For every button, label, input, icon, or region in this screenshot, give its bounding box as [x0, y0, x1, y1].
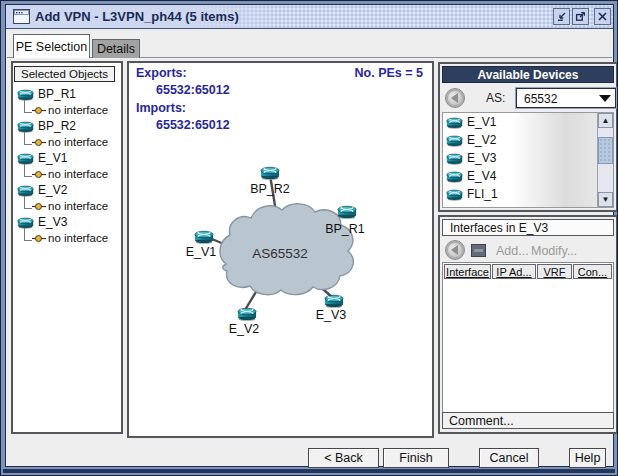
- router-icon: [446, 188, 463, 201]
- as-label: AS:: [486, 91, 505, 105]
- scrollbar-thumb[interactable]: [598, 137, 613, 164]
- list-item-partial[interactable]: [443, 203, 597, 207]
- collapse-left-button[interactable]: [445, 240, 465, 260]
- tree-branch: [24, 164, 32, 177]
- tree-item-label: BP_R1: [38, 87, 76, 101]
- device-list-scrollbar[interactable]: ▲ ▼: [597, 113, 613, 207]
- interfaces-header: Interfaces in E_V3: [442, 219, 614, 236]
- selected-objects-tree: BP_R1 no interface BP_R2 no interface: [15, 86, 120, 246]
- comment-button[interactable]: Comment...: [442, 412, 614, 429]
- router-icon: [446, 152, 463, 165]
- chevron-down-icon: [599, 95, 611, 102]
- title-bar[interactable]: Add VPN - L3VPN_ph44 (5 items): [6, 5, 613, 29]
- node-router-bp-r2[interactable]: [261, 167, 279, 180]
- tab-pe-selection[interactable]: PE Selection: [13, 34, 90, 58]
- router-icon: [17, 152, 34, 165]
- node-label: E_V1: [186, 245, 217, 259]
- add-vpn-dialog: Add VPN - L3VPN_ph44 (5 items) PE Select…: [0, 0, 618, 476]
- tree-child-label: no interface: [48, 200, 108, 212]
- maximize-button[interactable]: [572, 8, 589, 25]
- imports-value: 65532:65012: [156, 118, 230, 132]
- interfaces-table-header: Interface IP Ad... VRF Con...: [443, 263, 613, 279]
- tab-details[interactable]: Details: [92, 39, 140, 58]
- available-devices-header: Available Devices: [442, 66, 614, 83]
- dialog-inner: Add VPN - L3VPN_ph44 (5 items) PE Select…: [5, 4, 614, 467]
- list-item-fli-1[interactable]: FLI_1: [443, 185, 597, 203]
- list-item-e-v3[interactable]: E_V3: [443, 149, 597, 167]
- as-combobox[interactable]: 65532: [516, 88, 616, 108]
- available-devices-panel: Available Devices AS: 65532 E_V1 E_V2: [438, 62, 618, 212]
- scroll-up-icon[interactable]: ▲: [598, 113, 613, 128]
- tree-child-no-interface[interactable]: no interface: [15, 198, 120, 214]
- tree-branch: [24, 228, 32, 241]
- tree-item-label: E_V2: [38, 183, 67, 197]
- connector-icon: [32, 202, 46, 211]
- node-router-e-v2[interactable]: [238, 308, 256, 321]
- as-cloud-label: AS65532: [252, 246, 308, 261]
- selected-objects-header: Selected Objects: [14, 66, 115, 82]
- help-button[interactable]: Help: [569, 448, 606, 468]
- as-combobox-value: 65532: [524, 92, 557, 106]
- column-header-interface[interactable]: Interface: [444, 264, 491, 279]
- router-icon: [446, 116, 463, 129]
- list-item-label: E_V4: [467, 169, 496, 183]
- collapse-left-button[interactable]: [445, 88, 465, 108]
- remove-interface-icon[interactable]: [471, 244, 486, 257]
- tree-child-no-interface[interactable]: no interface: [15, 166, 120, 182]
- tree-child-no-interface[interactable]: no interface: [15, 102, 120, 118]
- tree-child-no-interface[interactable]: no interface: [15, 230, 120, 246]
- list-item-label: E_V2: [467, 133, 496, 147]
- node-label: E_V2: [229, 322, 260, 336]
- selected-objects-panel: Selected Objects BP_R1 no interface BP_R…: [11, 61, 123, 434]
- minimize-button[interactable]: [553, 8, 570, 25]
- tree-branch: [24, 100, 32, 113]
- connector-icon: [32, 106, 46, 115]
- window-frame-band: [3, 469, 615, 473]
- router-icon: [17, 88, 34, 101]
- topology-panel: AS65532 BP_R2 BP_R1 E_V1 E_V2 E_V3 Expor…: [127, 61, 434, 438]
- column-header-vrf[interactable]: VRF: [537, 264, 572, 279]
- window-title: Add VPN - L3VPN_ph44 (5 items): [35, 9, 239, 24]
- list-item-label: E_V1: [467, 115, 496, 129]
- add-button[interactable]: Add...: [496, 244, 529, 258]
- node-router-e-v1[interactable]: [195, 231, 213, 244]
- exports-label: Exports:: [136, 66, 187, 80]
- router-icon: [446, 170, 463, 183]
- list-item-label: E_V3: [467, 151, 496, 165]
- device-icon: [446, 206, 463, 208]
- router-icon: [17, 120, 34, 133]
- back-button[interactable]: < Back: [308, 448, 379, 468]
- scroll-down-icon[interactable]: ▼: [598, 192, 613, 207]
- tree-child-label: no interface: [48, 104, 108, 116]
- pe-count-label: No. PEs = 5: [355, 66, 423, 80]
- router-icon: [446, 134, 463, 147]
- column-header-connection[interactable]: Con...: [573, 264, 612, 279]
- list-item-e-v2[interactable]: E_V2: [443, 131, 597, 149]
- router-icon: [17, 216, 34, 229]
- cancel-button[interactable]: Cancel: [479, 448, 539, 468]
- node-label: BP_R2: [250, 182, 290, 196]
- tree-child-label: no interface: [48, 232, 108, 244]
- node-router-e-v3[interactable]: [325, 295, 343, 308]
- tree-item-label: BP_R2: [38, 119, 76, 133]
- node-label: E_V3: [316, 308, 347, 322]
- tree-branch: [24, 132, 32, 145]
- tree-branch: [24, 196, 32, 209]
- finish-button[interactable]: Finish: [383, 448, 449, 468]
- node-router-bp-r1[interactable]: [338, 206, 356, 219]
- modify-button[interactable]: Modify...: [531, 244, 577, 258]
- tree-item-label: E_V1: [38, 151, 67, 165]
- list-item-e-v1[interactable]: E_V1: [443, 113, 597, 131]
- list-item-e-v4[interactable]: E_V4: [443, 167, 597, 185]
- router-icon: [17, 184, 34, 197]
- close-icon[interactable]: [594, 8, 611, 25]
- interfaces-table: Interface IP Ad... VRF Con...: [442, 262, 614, 413]
- imports-label: Imports:: [136, 101, 186, 115]
- column-header-ip-address[interactable]: IP Ad...: [492, 264, 536, 279]
- tree-item-label: E_V3: [38, 215, 67, 229]
- exports-value: 65532:65012: [156, 83, 230, 97]
- interfaces-panel: Interfaces in E_V3 Add... Modify... Inte…: [438, 215, 618, 434]
- tree-child-no-interface[interactable]: no interface: [15, 134, 120, 150]
- node-label: BP_R1: [325, 222, 365, 236]
- device-list-rows: E_V1 E_V2 E_V3 E_V4: [443, 113, 597, 207]
